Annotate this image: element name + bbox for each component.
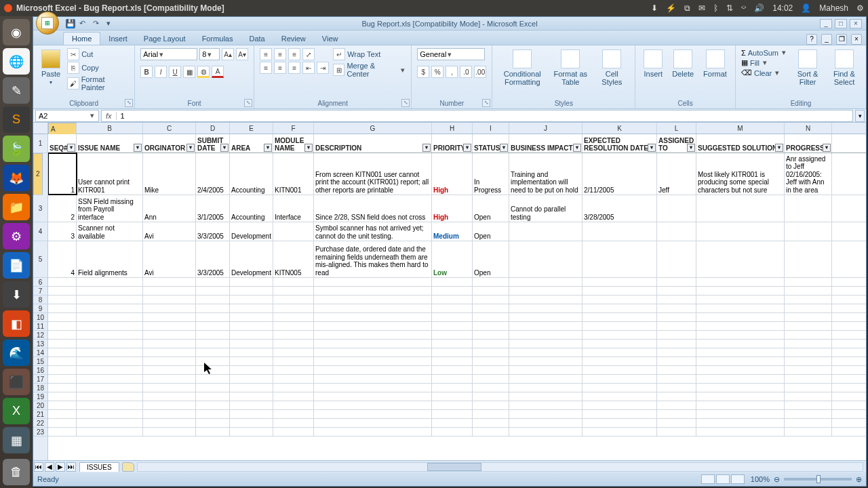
zoom-in-button[interactable]: ⊕	[856, 475, 862, 484]
table-row[interactable]	[48, 366, 866, 375]
cell[interactable]	[230, 419, 273, 427]
settings-icon[interactable]: ⚙	[3, 223, 30, 249]
cell[interactable]	[77, 410, 143, 418]
cell[interactable]	[77, 357, 143, 365]
cell[interactable]	[273, 296, 314, 304]
cell[interactable]	[473, 401, 509, 409]
user-icon[interactable]: 👤	[801, 3, 811, 13]
cell[interactable]	[143, 313, 196, 321]
cell[interactable]	[196, 366, 230, 374]
cell[interactable]	[785, 384, 832, 392]
wifi-icon[interactable]: ⌔	[741, 3, 746, 13]
cell[interactable]	[230, 304, 273, 312]
tab-insert[interactable]: Insert	[100, 33, 136, 45]
table-row[interactable]	[48, 278, 866, 287]
cell[interactable]	[509, 357, 583, 365]
merge-label[interactable]: Merge & Center	[347, 62, 397, 78]
cell[interactable]	[196, 375, 230, 383]
alignment-launcher[interactable]: ⤡	[401, 99, 410, 107]
filter-dropdown-icon[interactable]: ▾	[573, 144, 581, 152]
cell[interactable]	[657, 340, 696, 348]
number-launcher[interactable]: ⤡	[482, 99, 490, 107]
cell[interactable]: Medium	[432, 222, 473, 241]
cell[interactable]	[432, 401, 473, 409]
cell[interactable]	[48, 375, 77, 383]
zoom-knob[interactable]	[816, 475, 821, 483]
cell[interactable]	[657, 195, 696, 222]
cell[interactable]	[509, 410, 583, 418]
row-header[interactable]: 3	[33, 195, 47, 222]
excel-icon[interactable]: X	[3, 398, 30, 424]
cell[interactable]	[143, 348, 196, 357]
horizontal-scrollbar[interactable]	[137, 462, 863, 472]
format-cells-button[interactable]: Format	[701, 48, 730, 79]
cell[interactable]	[314, 304, 432, 312]
cell[interactable]: 4	[48, 241, 77, 277]
cell[interactable]	[143, 392, 196, 401]
cell[interactable]	[230, 322, 273, 330]
cell[interactable]	[230, 392, 273, 401]
cell[interactable]	[77, 278, 143, 286]
filter-header-A[interactable]: SEQ#▾	[48, 134, 77, 152]
cell[interactable]	[432, 419, 473, 427]
cell[interactable]	[696, 241, 785, 277]
autosum-label[interactable]: AutoSum	[748, 49, 778, 57]
cell[interactable]	[785, 419, 832, 427]
cell[interactable]	[657, 222, 696, 241]
filter-header-B[interactable]: ISSUE NAME▾	[77, 134, 143, 152]
col-header-E[interactable]: E	[230, 123, 273, 134]
cell[interactable]	[785, 195, 832, 222]
cell[interactable]	[696, 428, 785, 436]
cell[interactable]	[230, 401, 273, 409]
cell[interactable]	[273, 278, 314, 286]
cell[interactable]: Scanner not available	[77, 222, 143, 241]
indent-dec-icon[interactable]: ⇤	[302, 62, 315, 74]
filter-header-I[interactable]: STATUS▾	[473, 134, 509, 152]
col-header-N[interactable]: N	[785, 123, 832, 134]
cell[interactable]	[230, 428, 273, 436]
cell[interactable]	[509, 278, 583, 286]
table-row[interactable]	[48, 348, 866, 357]
cell[interactable]	[657, 322, 696, 330]
cell[interactable]: Purchase date, ordered date and the rema…	[314, 241, 432, 277]
cell[interactable]	[432, 340, 473, 348]
cell[interactable]	[657, 331, 696, 339]
table-row[interactable]	[48, 410, 866, 419]
number-format-select[interactable]: General▾	[417, 48, 485, 60]
align-left-icon[interactable]: ≡	[260, 62, 272, 74]
redo-icon[interactable]: ↷	[93, 19, 102, 28]
cell[interactable]	[696, 357, 785, 365]
row-header[interactable]: 5	[33, 241, 47, 278]
cell[interactable]: Accounting	[230, 153, 273, 195]
cell[interactable]	[473, 410, 509, 418]
row-header[interactable]: 14	[33, 348, 47, 357]
cell[interactable]	[785, 366, 832, 374]
filter-header-J[interactable]: BUSINESS IMPACT▾	[509, 134, 583, 152]
comma-icon[interactable]: ,	[446, 66, 458, 78]
font-name-select[interactable]: Arial▾	[140, 48, 197, 60]
cell[interactable]	[509, 366, 583, 374]
row-header[interactable]: 19	[33, 392, 47, 401]
sheet-nav-last[interactable]: ⏭	[66, 462, 76, 472]
cell[interactable]	[143, 366, 196, 374]
app2-icon[interactable]: ⬛	[3, 369, 30, 395]
cell[interactable]: Ann	[143, 195, 196, 222]
cell[interactable]	[657, 401, 696, 409]
table-row[interactable]	[48, 375, 866, 384]
cell[interactable]	[273, 428, 314, 436]
format-painter-icon[interactable]: 🖌	[67, 77, 79, 89]
cell[interactable]	[657, 296, 696, 304]
dropbox-icon[interactable]: ⧉	[684, 3, 690, 13]
cell[interactable]	[273, 287, 314, 295]
cell[interactable]: 3/1/2005	[196, 195, 230, 222]
sort-filter-button[interactable]: Sort & Filter	[791, 48, 824, 87]
cell[interactable]	[273, 384, 314, 392]
cell[interactable]	[432, 304, 473, 312]
cell[interactable]	[314, 384, 432, 392]
table-row[interactable]: 3Scanner not availableAvi3/3/2005Develop…	[48, 222, 866, 241]
cell[interactable]	[143, 322, 196, 330]
cell[interactable]: Field alignments	[77, 241, 143, 277]
fill-icon[interactable]: ▦	[741, 58, 748, 67]
filter-dropdown-icon[interactable]: ▾	[687, 144, 695, 152]
cell[interactable]: High	[432, 195, 473, 222]
